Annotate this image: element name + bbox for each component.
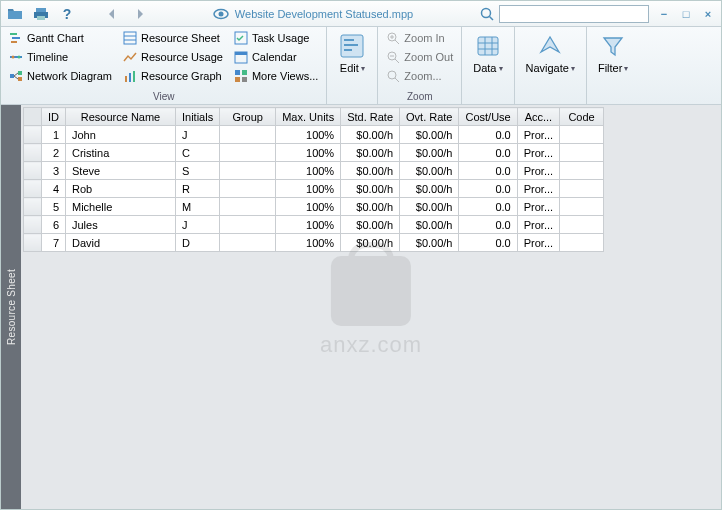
table-row[interactable]: 7DavidD100%$0.00/h$0.00/h0.0Pror... — [24, 234, 604, 252]
col-header[interactable]: Group — [220, 108, 276, 126]
maximize-button[interactable]: □ — [679, 7, 693, 21]
col-header[interactable]: Acc... — [517, 108, 559, 126]
cell[interactable]: Rob — [66, 180, 176, 198]
table-row[interactable]: 3SteveS100%$0.00/h$0.00/h0.0Pror... — [24, 162, 604, 180]
cell[interactable]: Cristina — [66, 144, 176, 162]
cell[interactable] — [560, 180, 604, 198]
cell[interactable]: 6 — [42, 216, 66, 234]
cell[interactable]: 100% — [276, 180, 341, 198]
cell[interactable]: 100% — [276, 162, 341, 180]
cell[interactable]: Pror... — [517, 162, 559, 180]
cell[interactable]: $0.00/h — [400, 144, 459, 162]
cell[interactable] — [220, 144, 276, 162]
resource-grid[interactable]: IDResource NameInitialsGroupMax. UnitsSt… — [21, 105, 721, 509]
cell[interactable] — [220, 198, 276, 216]
cell[interactable]: $0.00/h — [341, 198, 400, 216]
row-header[interactable] — [24, 198, 42, 216]
cell[interactable]: 7 — [42, 234, 66, 252]
cell[interactable]: 0.0 — [459, 162, 517, 180]
calendar-button[interactable]: Calendar — [230, 48, 322, 66]
cell[interactable]: 0.0 — [459, 234, 517, 252]
zoom-button[interactable]: Zoom... — [382, 67, 457, 85]
cell[interactable]: 0.0 — [459, 180, 517, 198]
table-row[interactable]: 5MichelleM100%$0.00/h$0.00/h0.0Pror... — [24, 198, 604, 216]
corner-header[interactable] — [24, 108, 42, 126]
cell[interactable]: 0.0 — [459, 126, 517, 144]
cell[interactable]: 100% — [276, 126, 341, 144]
cell[interactable]: $0.00/h — [400, 126, 459, 144]
col-header[interactable]: Initials — [176, 108, 220, 126]
cell[interactable]: Pror... — [517, 144, 559, 162]
cell[interactable]: Pror... — [517, 216, 559, 234]
cell[interactable]: $0.00/h — [341, 162, 400, 180]
cell[interactable] — [560, 144, 604, 162]
zoom-out-button[interactable]: Zoom Out — [382, 48, 457, 66]
data-menu-button[interactable]: Data▾ — [466, 29, 509, 90]
row-header[interactable] — [24, 234, 42, 252]
cell[interactable]: Pror... — [517, 126, 559, 144]
resource-graph-button[interactable]: Resource Graph — [119, 67, 227, 85]
print-icon[interactable] — [33, 6, 49, 22]
row-header[interactable] — [24, 180, 42, 198]
back-arrow-icon[interactable] — [105, 6, 121, 22]
help-icon[interactable]: ? — [59, 6, 75, 22]
cell[interactable]: Pror... — [517, 198, 559, 216]
cell[interactable]: $0.00/h — [341, 126, 400, 144]
view-sidebar[interactable]: Resource Sheet — [1, 105, 21, 509]
forward-arrow-icon[interactable] — [131, 6, 147, 22]
cell[interactable]: John — [66, 126, 176, 144]
cell[interactable]: 4 — [42, 180, 66, 198]
cell[interactable]: S — [176, 162, 220, 180]
cell[interactable] — [220, 216, 276, 234]
cell[interactable]: $0.00/h — [400, 198, 459, 216]
cell[interactable]: 0.0 — [459, 198, 517, 216]
open-file-icon[interactable] — [7, 6, 23, 22]
minimize-button[interactable]: − — [657, 7, 671, 21]
row-header[interactable] — [24, 216, 42, 234]
col-header[interactable]: ID — [42, 108, 66, 126]
col-header[interactable]: Ovt. Rate — [400, 108, 459, 126]
cell[interactable]: J — [176, 126, 220, 144]
cell[interactable] — [220, 162, 276, 180]
edit-menu-button[interactable]: Edit▾ — [331, 29, 373, 90]
cell[interactable]: David — [66, 234, 176, 252]
col-header[interactable]: Cost/Use — [459, 108, 517, 126]
cell[interactable]: M — [176, 198, 220, 216]
task-usage-button[interactable]: Task Usage — [230, 29, 322, 47]
cell[interactable]: 2 — [42, 144, 66, 162]
col-header[interactable]: Std. Rate — [341, 108, 400, 126]
search-input[interactable] — [499, 5, 649, 23]
cell[interactable]: $0.00/h — [400, 180, 459, 198]
cell[interactable]: Steve — [66, 162, 176, 180]
more-views-button[interactable]: More Views... — [230, 67, 322, 85]
cell[interactable]: 100% — [276, 216, 341, 234]
resource-sheet-button[interactable]: Resource Sheet — [119, 29, 227, 47]
filter-menu-button[interactable]: Filter▾ — [591, 29, 635, 90]
table-row[interactable]: 4RobR100%$0.00/h$0.00/h0.0Pror... — [24, 180, 604, 198]
cell[interactable] — [560, 216, 604, 234]
cell[interactable]: 100% — [276, 234, 341, 252]
cell[interactable]: $0.00/h — [400, 216, 459, 234]
row-header[interactable] — [24, 162, 42, 180]
cell[interactable]: 5 — [42, 198, 66, 216]
cell[interactable] — [560, 126, 604, 144]
cell[interactable]: $0.00/h — [341, 144, 400, 162]
col-header[interactable]: Resource Name — [66, 108, 176, 126]
col-header[interactable]: Max. Units — [276, 108, 341, 126]
cell[interactable]: J — [176, 216, 220, 234]
row-header[interactable] — [24, 126, 42, 144]
cell[interactable]: C — [176, 144, 220, 162]
cell[interactable] — [560, 234, 604, 252]
resource-usage-button[interactable]: Resource Usage — [119, 48, 227, 66]
navigate-menu-button[interactable]: Navigate▾ — [519, 29, 582, 90]
cell[interactable] — [220, 234, 276, 252]
table-row[interactable]: 6JulesJ100%$0.00/h$0.00/h0.0Pror... — [24, 216, 604, 234]
close-button[interactable]: × — [701, 7, 715, 21]
col-header[interactable]: Code — [560, 108, 604, 126]
cell[interactable]: $0.00/h — [341, 180, 400, 198]
cell[interactable]: D — [176, 234, 220, 252]
cell[interactable]: 3 — [42, 162, 66, 180]
table-row[interactable]: 1JohnJ100%$0.00/h$0.00/h0.0Pror... — [24, 126, 604, 144]
cell[interactable]: $0.00/h — [400, 234, 459, 252]
zoom-in-button[interactable]: Zoom In — [382, 29, 457, 47]
